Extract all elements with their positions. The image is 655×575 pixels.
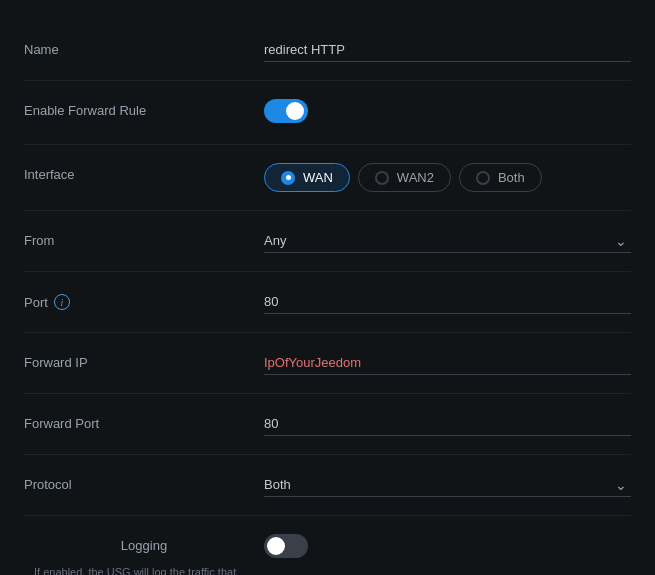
- interface-option-both[interactable]: Both: [459, 163, 542, 192]
- logging-control: [264, 534, 631, 561]
- from-control: Any Custom ⌄: [264, 229, 631, 253]
- protocol-row: Protocol Both TCP UDP ⌄: [24, 455, 631, 516]
- logging-label: Logging If enabled, the USG will log the…: [24, 534, 264, 575]
- logging-description: If enabled, the USG will log the traffic…: [34, 565, 254, 575]
- port-label: Port i: [24, 290, 264, 310]
- port-control: [264, 290, 631, 314]
- forward-port-label: Forward Port: [24, 412, 264, 431]
- interface-label: Interface: [24, 163, 264, 182]
- forward-ip-row: Forward IP: [24, 333, 631, 394]
- interface-radio-group: WAN WAN2 Both: [264, 163, 631, 192]
- name-row: Name: [24, 20, 631, 81]
- forward-port-row: Forward Port: [24, 394, 631, 455]
- port-input[interactable]: [264, 290, 631, 314]
- toggle-thumb: [286, 102, 304, 120]
- interface-option-wan[interactable]: WAN: [264, 163, 350, 192]
- radio-label-wan: WAN: [303, 170, 333, 185]
- interface-row: Interface WAN WAN2 Both: [24, 145, 631, 211]
- enable-forward-control: [264, 99, 631, 126]
- name-label: Name: [24, 38, 264, 57]
- port-row: Port i: [24, 272, 631, 333]
- from-row: From Any Custom ⌄: [24, 211, 631, 272]
- forward-ip-input[interactable]: [264, 351, 631, 375]
- protocol-label: Protocol: [24, 473, 264, 492]
- interface-option-wan2[interactable]: WAN2: [358, 163, 451, 192]
- radio-dot-inner-wan: [286, 175, 291, 180]
- name-input[interactable]: [264, 38, 631, 62]
- protocol-select[interactable]: Both TCP UDP: [264, 473, 631, 497]
- enable-forward-label: Enable Forward Rule: [24, 99, 264, 118]
- enable-forward-toggle[interactable]: [264, 99, 308, 123]
- radio-dot-both: [476, 171, 490, 185]
- radio-dot-wan: [281, 171, 295, 185]
- from-select-wrapper: Any Custom ⌄: [264, 229, 631, 253]
- from-select[interactable]: Any Custom: [264, 229, 631, 253]
- from-label: From: [24, 229, 264, 248]
- forward-ip-control: [264, 351, 631, 375]
- logging-toggle-thumb: [267, 537, 285, 555]
- name-control: [264, 38, 631, 62]
- enable-forward-row: Enable Forward Rule: [24, 81, 631, 145]
- logging-toggle-wrapper: [264, 534, 308, 558]
- forward-port-input[interactable]: [264, 412, 631, 436]
- protocol-select-wrapper: Both TCP UDP ⌄: [264, 473, 631, 497]
- logging-row: Logging If enabled, the USG will log the…: [24, 516, 631, 575]
- radio-dot-wan2: [375, 171, 389, 185]
- forward-port-control: [264, 412, 631, 436]
- enable-forward-toggle-wrapper: [264, 99, 308, 123]
- forward-ip-label: Forward IP: [24, 351, 264, 370]
- port-info-icon[interactable]: i: [54, 294, 70, 310]
- logging-toggle[interactable]: [264, 534, 308, 558]
- interface-control: WAN WAN2 Both: [264, 163, 631, 192]
- radio-label-both: Both: [498, 170, 525, 185]
- radio-label-wan2: WAN2: [397, 170, 434, 185]
- protocol-control: Both TCP UDP ⌄: [264, 473, 631, 497]
